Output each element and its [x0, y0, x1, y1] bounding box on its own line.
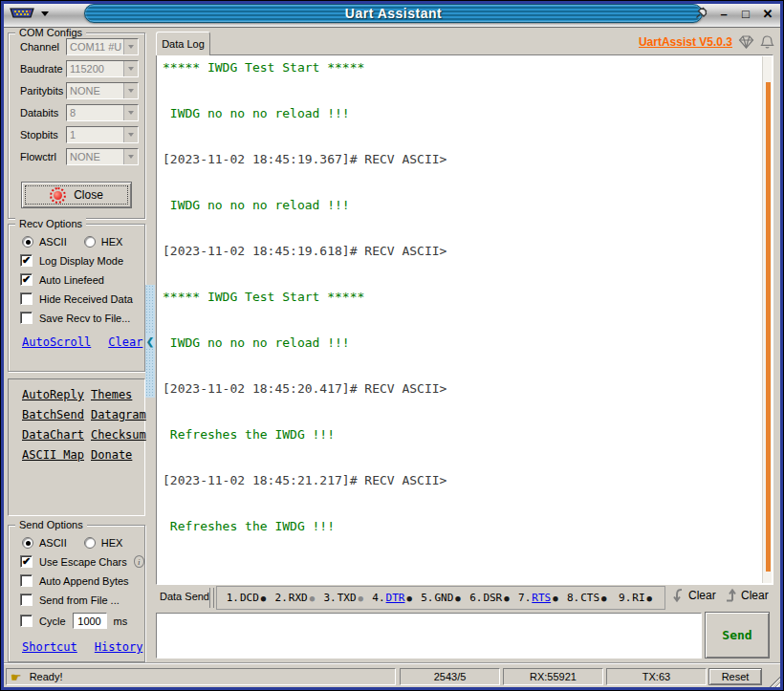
data-send-label: Data Send: [160, 591, 209, 602]
com-field-row: Databits 8: [20, 104, 139, 121]
log-scrollbar-thumb[interactable]: [766, 82, 771, 572]
pin-number: 6.: [469, 592, 482, 604]
combo-arrow-icon[interactable]: [123, 149, 138, 164]
send-checkbox[interactable]: [20, 574, 33, 587]
toolbar-grip: [209, 588, 214, 608]
log-line: IWDG no no no reload !!!: [163, 90, 773, 136]
resize-grip[interactable]: [768, 675, 780, 687]
pin-number: 8.: [567, 592, 579, 604]
clear-down-arrow-icon: [671, 588, 685, 603]
reset-counters-button[interactable]: Reset: [708, 668, 762, 685]
recv-radio-ascii[interactable]: [22, 236, 33, 248]
pin-state-dot-icon: ●: [359, 594, 363, 603]
send-checkbox[interactable]: [20, 594, 33, 606]
bell-icon[interactable]: [760, 34, 774, 50]
pin-rts: 7. RTS ●: [513, 592, 562, 604]
rx-count: RX:55921: [530, 671, 577, 682]
log-line: [2023-11-02 18:45:19.618]# RECV ASCII>: [163, 227, 773, 273]
combo-flowctrl[interactable]: NONE: [66, 148, 139, 165]
tab-data-log[interactable]: Data Log: [156, 32, 210, 55]
clear-received-button[interactable]: Clear: [671, 588, 716, 603]
send-button-label: Send: [722, 628, 751, 642]
com-field-row: Paritybits NONE: [20, 82, 139, 99]
pin-rxd: 2. RXD ●: [271, 592, 319, 604]
pin-number: 2.: [275, 592, 288, 604]
log-line: [2023-11-02 18:45:19.367]# RECV ASCII>: [163, 136, 773, 182]
tool-link-ascii-map[interactable]: ASCII Map: [22, 448, 85, 462]
field-label: Databits: [20, 107, 66, 119]
recv-radio-hex[interactable]: [84, 236, 96, 248]
tool-link-batchsend[interactable]: BatchSend: [22, 408, 85, 421]
send-radio-ascii[interactable]: [22, 537, 33, 549]
combo-arrow-icon[interactable]: [123, 61, 138, 76]
cycle-interval-input[interactable]: [73, 613, 107, 629]
serial-connector-icon[interactable]: [9, 5, 35, 20]
recv-checkbox[interactable]: ✔: [20, 254, 33, 267]
recv-link-autoscroll[interactable]: AutoScroll: [22, 335, 91, 349]
maximize-button[interactable]: □: [738, 5, 753, 22]
recv-checkbox-label: Auto Linefeed: [39, 274, 104, 286]
send-radio-hex[interactable]: [84, 537, 96, 549]
titlebar-menu-caret-icon[interactable]: [41, 11, 49, 16]
com-configs-title: COM Configs: [15, 27, 86, 38]
send-radio-label: ASCII: [39, 537, 67, 549]
pin-name-dtr[interactable]: DTR: [386, 592, 405, 604]
status-counter: 2543/5: [434, 671, 467, 682]
close-window-button[interactable]: ✕: [760, 5, 775, 22]
combo-channel[interactable]: COM11 #U: [66, 38, 139, 55]
minimize-button[interactable]: –: [716, 5, 731, 22]
recv-link-clear[interactable]: Clear: [108, 335, 142, 349]
field-label: Stopbits: [20, 129, 66, 140]
log-line: Refreshes the IWDG !!!: [163, 503, 773, 549]
combo-stopbits[interactable]: 1: [66, 126, 139, 143]
send-radio-label: HEX: [101, 537, 123, 549]
tool-link-datachart[interactable]: DataChart: [22, 428, 85, 442]
recv-checkbox[interactable]: [20, 312, 33, 324]
combo-arrow-icon[interactable]: [123, 105, 138, 120]
pin-icon[interactable]: [694, 6, 709, 21]
combo-paritybits[interactable]: NONE: [66, 82, 139, 99]
info-icon[interactable]: i: [134, 555, 144, 568]
clear-sent-label: Clear: [741, 589, 769, 602]
version-link[interactable]: UartAssist V5.0.3: [639, 35, 732, 49]
send-input[interactable]: [156, 613, 702, 659]
status-message-panel: ☛ Ready!: [6, 668, 396, 685]
combo-baudrate[interactable]: 115200: [66, 60, 139, 77]
data-log-area[interactable]: ***** IWDG Test Start ***** IWDG no no n…: [156, 54, 773, 585]
reset-label: Reset: [722, 671, 750, 682]
tool-link-checksum[interactable]: Checksum: [91, 428, 146, 442]
pin-gnd: 5. GND ●: [417, 592, 466, 604]
tool-link-datagram[interactable]: Datagram: [91, 408, 146, 421]
send-link-shortcut[interactable]: Shortcut: [22, 640, 77, 654]
cycle-checkbox[interactable]: [20, 615, 33, 627]
combo-value: 8: [67, 105, 123, 120]
collapse-chevron-icon[interactable]: ❮: [146, 335, 154, 349]
send-button[interactable]: Send: [705, 612, 770, 659]
combo-arrow-icon[interactable]: [123, 127, 138, 142]
clear-sent-button[interactable]: Clear: [724, 588, 769, 603]
titlebar-capsule[interactable]: Uart Assistant: [84, 4, 703, 23]
pin-name-dcd: DCD: [240, 592, 259, 604]
combo-arrow-icon[interactable]: [123, 39, 138, 54]
pin-name-rxd: RXD: [289, 592, 308, 604]
pin-name-rts[interactable]: RTS: [532, 592, 551, 604]
close-port-button[interactable]: Close: [21, 182, 132, 208]
tool-link-donate[interactable]: Donate: [91, 448, 146, 462]
recv-checkbox[interactable]: ✔: [20, 273, 33, 286]
send-checkbox[interactable]: ✔: [20, 555, 33, 568]
send-link-history[interactable]: History: [95, 640, 143, 654]
tool-link-themes[interactable]: Themes: [91, 388, 146, 401]
gem-icon[interactable]: [738, 34, 754, 50]
pin-state-dot-icon: ●: [406, 594, 411, 603]
com-field-row: Channel COM11 #U: [20, 38, 139, 55]
tool-link-autoreply[interactable]: AutoReply: [22, 388, 85, 401]
combo-arrow-icon[interactable]: [123, 83, 138, 98]
pin-state-dot-icon: ●: [647, 594, 652, 603]
combo-databits[interactable]: 8: [66, 104, 139, 121]
log-scrollbar[interactable]: [762, 56, 772, 583]
app-window: Uart Assistant – □ ✕ COM Configs Channel…: [0, 0, 784, 691]
recv-checkbox[interactable]: [20, 292, 33, 305]
sidebar-splitter[interactable]: ❮: [145, 285, 155, 398]
log-line: IWDG no no no reload !!!: [163, 319, 773, 365]
titlebar[interactable]: Uart Assistant – □ ✕: [1, 1, 783, 28]
